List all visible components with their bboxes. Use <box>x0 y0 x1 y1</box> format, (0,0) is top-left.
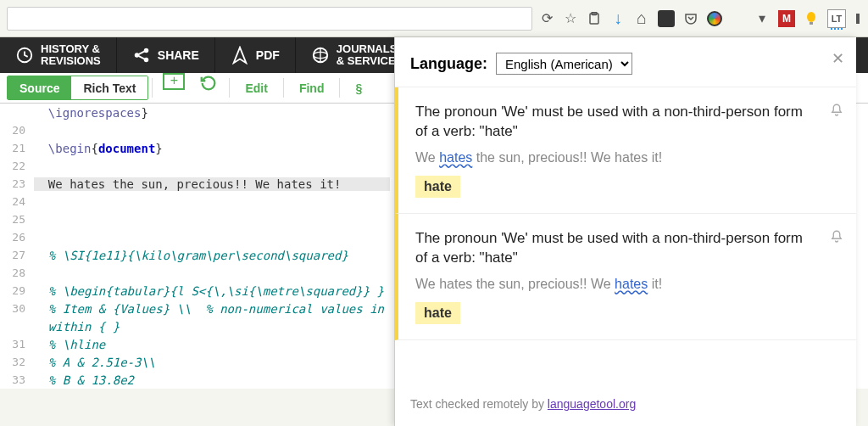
tab-source[interactable]: Source <box>8 76 71 99</box>
mode-tabs: Source Rich Text <box>7 76 148 100</box>
grammar-issue: The pronoun 'We' must be used with a non… <box>395 87 856 214</box>
issue-context: We hates the sun, precious!! We hates it… <box>415 150 843 165</box>
find-button[interactable]: Find <box>287 73 337 103</box>
colorful-icon[interactable] <box>707 11 722 26</box>
svg-point-2 <box>807 12 815 22</box>
url-bar[interactable] <box>7 7 532 31</box>
add-file-icon[interactable]: + <box>163 73 185 90</box>
dropdown-icon[interactable]: ▾ <box>754 11 770 26</box>
pocket-icon[interactable] <box>683 11 698 26</box>
language-select[interactable]: English (American) <box>496 53 632 75</box>
mendeley-icon[interactable]: M <box>778 10 795 27</box>
home-icon[interactable]: ⌂ <box>634 11 649 26</box>
menu-pdf[interactable]: PDF <box>215 37 296 73</box>
svg-rect-4 <box>856 14 860 24</box>
svg-rect-3 <box>810 22 813 25</box>
tab-richtext[interactable]: Rich Text <box>71 76 147 99</box>
section-button[interactable]: § <box>343 73 374 103</box>
issue-context: We hates the sun, precious!! We hates it… <box>415 277 843 292</box>
issue-message: The pronoun 'We' must be used with a non… <box>415 229 843 268</box>
suggestion-button[interactable]: hate <box>415 176 460 198</box>
owl-icon[interactable] <box>658 10 675 27</box>
menu-share[interactable]: SHARE <box>117 37 215 73</box>
close-icon[interactable]: ✕ <box>832 49 844 68</box>
more-icon[interactable] <box>854 11 861 26</box>
edit-button[interactable]: Edit <box>233 73 279 103</box>
languagetool-popup: Language: English (American) ✕ The prono… <box>394 37 856 426</box>
star-icon[interactable]: ☆ <box>563 11 578 26</box>
bell-icon[interactable] <box>829 229 844 249</box>
grid-icon[interactable] <box>731 11 746 26</box>
menu-history[interactable]: HISTORY & REVISIONS <box>0 37 117 73</box>
bell-icon[interactable] <box>829 103 844 122</box>
reload-icon[interactable]: ⟳ <box>539 11 554 26</box>
languagetool-link[interactable]: languagetool.org <box>548 397 636 411</box>
language-label: Language: <box>410 55 487 73</box>
issues-list: The pronoun 'We' must be used with a non… <box>395 87 856 385</box>
grammar-issue: The pronoun 'We' must be used with a non… <box>395 214 856 340</box>
suggestion-button[interactable]: hate <box>415 302 460 324</box>
bulb-icon[interactable] <box>804 11 819 26</box>
browser-toolbar: ⟳ ☆ ↓ ⌂ ▾ M LT <box>0 0 868 37</box>
popup-header: Language: English (American) ✕ <box>395 37 856 87</box>
download-icon[interactable]: ↓ <box>610 11 626 26</box>
issue-message: The pronoun 'We' must be used with a non… <box>415 103 843 142</box>
popup-footer: Text checked remotely by languagetool.or… <box>395 385 856 426</box>
languagetool-icon[interactable]: LT <box>827 9 846 28</box>
clipboard-icon[interactable] <box>587 11 602 26</box>
history-icon[interactable] <box>198 73 219 93</box>
